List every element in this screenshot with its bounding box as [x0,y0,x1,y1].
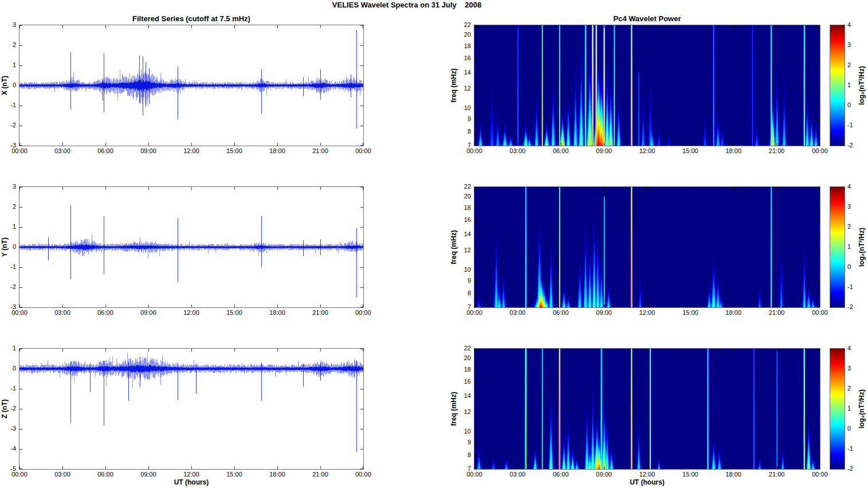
freq-tick-label: 10 [450,266,471,273]
x-tick-label: 12:00 [631,471,663,478]
colorbar-tick-label: 2 [847,385,851,392]
freq-tick-label: 20 [450,354,471,361]
x-tick-label: 00:00 [804,471,836,478]
x-tick-label: 21:00 [761,471,793,478]
x-tick-label: 18:00 [717,309,749,316]
freq-tick-label: 18 [450,204,471,211]
x-tick-label: 09:00 [132,147,164,154]
x-timeseries-canvas [19,25,363,146]
x-tick-label: 09:00 [588,147,620,154]
x-tick-label: 03:00 [501,471,533,478]
x-tick-label: 15:00 [218,147,250,154]
freq-tick-label: 14 [450,69,471,76]
x-tick-label: 12:00 [175,471,207,478]
x-tick-label: 00:00 [347,471,379,478]
freq-tick-label: 8 [450,451,471,458]
x-tick-label: 00:00 [804,309,836,316]
x-tick-label: 15:00 [674,471,706,478]
x-tick-label: 21:00 [304,309,336,316]
freq-tick-label: 12 [450,408,471,415]
colorbar-gradient-3 [830,349,845,469]
colorbar-label-2: log₂(nT²/Hz) [858,228,866,267]
x-tick-label: 21:00 [304,147,336,154]
x-tick-label: 00:00 [347,309,379,316]
x-tick-label: 00:00 [347,147,379,154]
x-tick-label: 18:00 [261,309,293,316]
freq-tick-label: 22 [450,183,471,190]
x-tick-label: 06:00 [89,147,121,154]
y-tick-label: 0 [0,243,16,250]
x-tick-label: 12:00 [175,309,207,316]
y-wavelet-heatmap-canvas [474,187,820,307]
x-tick-label: 21:00 [761,147,793,154]
y-tick-label: 3 [0,21,16,28]
y-timeseries-canvas [19,187,363,307]
colorbar-tick-label: -1 [847,445,853,452]
x-tick-label: 15:00 [218,471,250,478]
y-tick-label: 0 [0,365,16,372]
y-tick-label: 2 [0,203,16,210]
panel-x-timeseries: Filtered Series (cutoff at 7.5 mHz) X (n… [19,25,364,146]
panel-y-timeseries: Y (nT) 00:0003:0006:0009:0012:0015:0018:… [19,186,364,308]
colorbar-tick-label: -1 [847,283,853,290]
colorbar-tick-label: 3 [847,203,851,210]
x-tick-label: 09:00 [588,309,620,316]
x-tick-label: 06:00 [545,309,577,316]
freq-tick-label: 7 [450,142,471,149]
colorbar-tick-label: 0 [847,101,851,108]
y-tick-label: 1 [0,345,16,352]
colorbar-gradient-1 [830,25,845,146]
freq-tick-label: 7 [450,303,471,310]
colorbar-tick-label: 1 [847,243,851,250]
panel-z-timeseries: Z (nT) UT (hours) 00:0003:0006:0009:0012… [19,348,364,470]
x-axis-label-left: UT (hours) [19,478,363,486]
freq-tick-label: 18 [450,366,471,373]
colorbar-tick-label: 0 [847,263,851,270]
freq-tick-label: 16 [450,216,471,223]
freq-tick-label: 16 [450,378,471,385]
x-tick-label: 21:00 [304,471,336,478]
colorbar-tick-label: -2 [847,142,853,149]
colorbar-tick-label: 1 [847,405,851,412]
x-tick-label: 06:00 [545,147,577,154]
x-tick-label: 00:00 [804,147,836,154]
freq-tick-label: 16 [450,54,471,61]
x-tick-label: 09:00 [132,471,164,478]
freq-tick-label: 14 [450,392,471,399]
x-tick-label: 18:00 [261,471,293,478]
colorbar-tick-label: -1 [847,122,853,128]
freq-tick-label: 9 [450,277,471,284]
y-tick-label: -4 [0,445,16,452]
y-tick-label: -1 [0,263,16,270]
freq-tick-label: 12 [450,85,471,92]
x-tick-label: 06:00 [89,309,121,316]
x-tick-label: 03:00 [46,471,78,478]
freq-tick-label: 9 [450,439,471,446]
x-tick-label: 03:00 [501,147,533,154]
panel-z-wavelet: freq (mHz) UT (hours) 00:0003:0006:0009:… [474,348,820,470]
freq-tick-label: 7 [450,465,471,472]
freq-tick-label: 8 [450,290,471,296]
z-timeseries-canvas [19,349,363,469]
y-tick-label: -5 [0,465,16,472]
figure-title: VELIES Wavelet Spectra on 31 July 2008 [0,1,814,9]
x-tick-label: 15:00 [218,309,250,316]
x-tick-label: 09:00 [132,309,164,316]
x-tick-label: 06:00 [545,471,577,478]
colorbar-tick-label: 1 [847,81,851,88]
x-tick-label: 21:00 [761,309,793,316]
colorbar-3: log₂(nT²/Hz) 43210-1-2 [830,348,845,470]
x-tick-label: 12:00 [175,147,207,154]
x-tick-label: 15:00 [674,309,706,316]
freq-tick-label: 22 [450,345,471,352]
z-wavelet-heatmap-canvas [474,349,820,469]
x-tick-label: 18:00 [261,147,293,154]
x-tick-label: 03:00 [501,309,533,316]
colorbar-label-1: log₂(nT²/Hz) [858,66,866,105]
y-tick-label: -2 [0,405,16,412]
panel-title-wavelet-power: Pc4 Wavelet Power [474,14,820,23]
panel-title-filtered-series: Filtered Series (cutoff at 7.5 mHz) [19,14,363,23]
colorbar-tick-label: -2 [847,303,853,310]
y-tick-label: 2 [0,41,16,48]
x-tick-label: 09:00 [588,471,620,478]
